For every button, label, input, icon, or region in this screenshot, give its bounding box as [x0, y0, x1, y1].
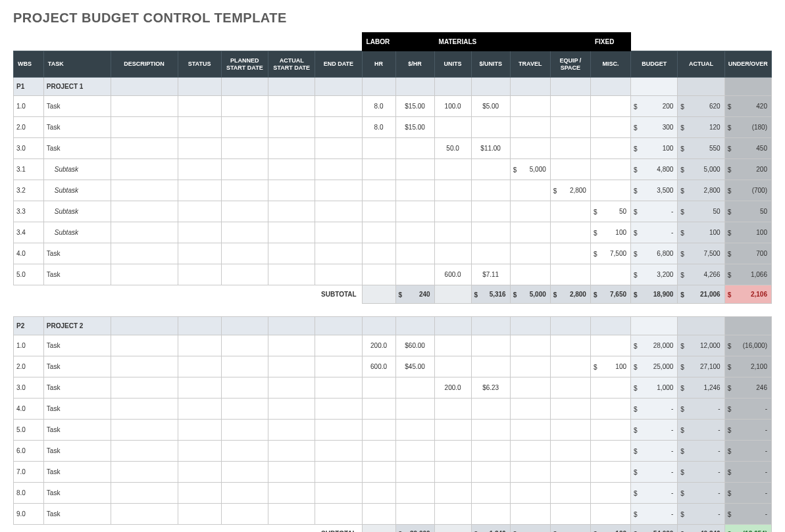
cell[interactable]: $(13,654)	[724, 525, 771, 533]
cell[interactable]: $-	[724, 441, 771, 462]
cell[interactable]: $1,066	[724, 264, 771, 285]
cell[interactable]: Subtask	[43, 180, 111, 201]
cell[interactable]	[111, 201, 178, 222]
cell[interactable]	[434, 222, 471, 243]
cell[interactable]	[434, 201, 471, 222]
cell[interactable]: $-	[631, 483, 678, 504]
cell[interactable]	[471, 356, 510, 377]
cell[interactable]	[510, 96, 550, 117]
cell[interactable]	[434, 441, 471, 462]
cell[interactable]	[221, 243, 268, 264]
cell[interactable]	[315, 243, 362, 264]
cell[interactable]	[550, 222, 590, 243]
cell[interactable]	[550, 504, 590, 525]
cell[interactable]	[362, 78, 395, 96]
cell[interactable]: 2.0	[14, 117, 44, 138]
cell[interactable]: $700	[724, 243, 771, 264]
cell[interactable]	[111, 483, 178, 504]
cell[interactable]: $7,500	[590, 243, 630, 264]
cell[interactable]	[178, 243, 221, 264]
cell[interactable]	[510, 201, 550, 222]
cell[interactable]: $-	[724, 399, 771, 420]
cell[interactable]	[510, 420, 550, 441]
cell[interactable]	[221, 504, 268, 525]
cell[interactable]	[268, 138, 315, 159]
cell[interactable]: $2,800	[678, 180, 724, 201]
cell[interactable]	[268, 117, 315, 138]
cell[interactable]	[221, 356, 268, 377]
cell[interactable]	[178, 441, 221, 462]
cell[interactable]	[471, 78, 510, 96]
cell[interactable]	[362, 399, 395, 420]
cell[interactable]	[434, 335, 471, 356]
cell[interactable]: $-	[510, 525, 550, 533]
cell[interactable]	[471, 222, 510, 243]
cell[interactable]	[315, 483, 362, 504]
cell[interactable]: Subtask	[43, 201, 111, 222]
cell[interactable]: $-	[631, 420, 678, 441]
cell[interactable]	[471, 243, 510, 264]
cell[interactable]	[268, 441, 315, 462]
cell[interactable]	[434, 462, 471, 483]
cell[interactable]	[111, 180, 178, 201]
cell[interactable]: $3,500	[631, 180, 678, 201]
cell[interactable]	[395, 243, 434, 264]
cell[interactable]	[550, 264, 590, 285]
cell[interactable]	[590, 377, 630, 399]
cell[interactable]	[315, 335, 362, 356]
cell[interactable]	[268, 201, 315, 222]
cell[interactable]	[315, 420, 362, 441]
cell[interactable]: $2,800	[550, 180, 590, 201]
cell[interactable]: $6.23	[471, 377, 510, 399]
cell[interactable]: $-	[631, 201, 678, 222]
cell[interactable]	[111, 462, 178, 483]
cell[interactable]	[471, 159, 510, 180]
cell[interactable]: Task	[43, 138, 111, 159]
cell[interactable]	[268, 243, 315, 264]
cell[interactable]	[221, 222, 268, 243]
cell[interactable]: $1,246	[471, 525, 510, 533]
cell[interactable]	[268, 180, 315, 201]
cell[interactable]	[590, 317, 630, 335]
cell[interactable]	[510, 243, 550, 264]
cell[interactable]	[111, 399, 178, 420]
cell[interactable]: $-	[550, 525, 590, 533]
cell[interactable]	[178, 159, 221, 180]
cell[interactable]	[362, 243, 395, 264]
cell[interactable]: $620	[678, 96, 724, 117]
cell[interactable]	[434, 117, 471, 138]
cell[interactable]	[510, 356, 550, 377]
cell[interactable]	[434, 504, 471, 525]
cell[interactable]	[268, 78, 315, 96]
cell[interactable]	[268, 356, 315, 377]
cell[interactable]: $100	[724, 222, 771, 243]
cell[interactable]	[362, 138, 395, 159]
cell[interactable]	[395, 264, 434, 285]
cell[interactable]: $-	[678, 441, 724, 462]
cell[interactable]	[471, 504, 510, 525]
cell[interactable]	[315, 441, 362, 462]
cell[interactable]	[395, 504, 434, 525]
cell[interactable]: $50	[724, 201, 771, 222]
cell[interactable]	[221, 78, 268, 96]
cell[interactable]	[590, 335, 630, 356]
cell[interactable]: $4,266	[678, 264, 724, 285]
cell[interactable]: Task	[43, 483, 111, 504]
cell[interactable]	[395, 483, 434, 504]
cell[interactable]	[111, 317, 178, 335]
cell[interactable]	[362, 201, 395, 222]
cell[interactable]: $15.00	[395, 117, 434, 138]
cell[interactable]: 600.0	[362, 356, 395, 377]
cell[interactable]: $-	[724, 483, 771, 504]
cell[interactable]	[550, 399, 590, 420]
cell[interactable]	[362, 317, 395, 335]
cell[interactable]: 600.0	[434, 264, 471, 285]
cell[interactable]	[268, 504, 315, 525]
cell[interactable]	[362, 462, 395, 483]
cell[interactable]	[434, 243, 471, 264]
cell[interactable]: 5.0	[14, 420, 44, 441]
cell[interactable]	[315, 96, 362, 117]
cell[interactable]	[111, 377, 178, 399]
cell[interactable]	[221, 317, 268, 335]
cell[interactable]	[631, 317, 678, 335]
